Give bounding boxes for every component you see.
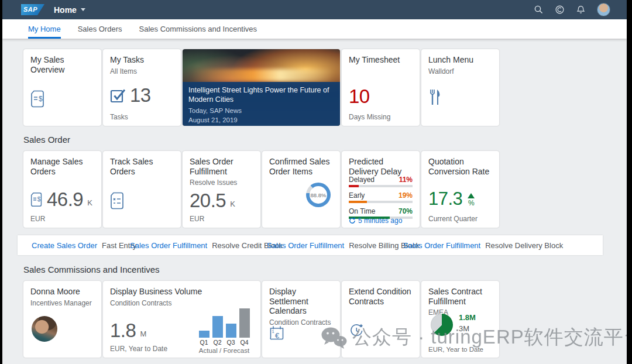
tile-subtitle: Walldorf	[428, 67, 492, 75]
tile-footer: Days Missing	[349, 113, 390, 121]
refresh-status[interactable]: 5 minutes ago	[349, 217, 402, 225]
tile-subtitle: Incentives Manager	[30, 299, 94, 307]
tile-confirmed-sales-order-items[interactable]: Confirmed Sales Order Items 88.8%	[262, 151, 340, 228]
tile-footer: EUR, Year to Date	[110, 345, 167, 353]
document-checklist-icon	[110, 192, 125, 210]
link-group: Sales Order Fulfillment Resolve Billing …	[267, 235, 420, 255]
tile-footer: EUR, Year to Date	[428, 346, 483, 353]
quick-links-bar: Create Sales Order Fast Entry Sales Orde…	[18, 235, 603, 255]
tile-title: Display Business Volume	[110, 287, 253, 297]
tile-lunch-menu[interactable]: Lunch Menu Walldorf	[421, 49, 499, 126]
tile-sales-order-fulfillment[interactable]: Sales Order Fulfillment Resolve Issues 2…	[183, 151, 260, 228]
refresh-icon	[349, 217, 356, 224]
donut-chart: 88.8%	[306, 183, 331, 207]
tile-manage-sales-orders[interactable]: Manage Sales Orders $ 46.9 K EUR	[23, 151, 101, 228]
section-header-sales-order: Sales Order	[23, 135, 70, 145]
row-value: 70%	[399, 207, 413, 215]
pie-actual-value: 1.8M	[459, 313, 476, 322]
bar-chart: Q1 Q2 Q3 Q4 Actual / Forecast	[195, 307, 253, 354]
tile-title: Quotation Conversion Rate	[428, 157, 492, 176]
row-value: 11%	[399, 176, 413, 184]
timesheet-count: 10	[349, 85, 370, 108]
document-dollar-icon: $	[30, 90, 45, 108]
app-frame: SAP Home My Home Sales Orders Sales Comm…	[2, 0, 627, 364]
news-tile[interactable]: Intelligent Street Lights Power the Futu…	[183, 49, 340, 126]
link-sales-order-fulfillment-billing[interactable]: Sales Order Fulfillment	[267, 241, 344, 250]
link-sales-order-fulfillment-delivery[interactable]: Sales Order Fulfillment	[403, 241, 480, 250]
kpi-unit: M	[140, 329, 146, 338]
svg-text:1: 1	[272, 329, 274, 334]
row-label: Delayed	[349, 176, 375, 184]
news-headline: Intelligent Street Lights Power the Futu…	[188, 86, 334, 104]
tile-display-settlement-calendars[interactable]: Display Settlement Calendars Condition C…	[262, 281, 340, 358]
sap-logo-text: SAP	[23, 6, 37, 13]
svg-text:$: $	[37, 196, 41, 202]
user-avatar[interactable]	[597, 3, 610, 16]
bar-cat: Q3	[226, 339, 236, 346]
chevron-down-icon[interactable]	[81, 8, 85, 11]
trend-up-icon	[468, 193, 475, 198]
search-icon[interactable]	[534, 5, 543, 15]
chart-row-early: Early19%	[349, 191, 413, 203]
tile-title: My Timesheet	[349, 55, 413, 65]
tile-my-tasks[interactable]: My Tasks All Items 13 Tasks	[103, 49, 181, 126]
tile-footer: Current Quarter	[428, 215, 478, 223]
bar-q4	[239, 308, 250, 338]
svg-text:$: $	[39, 95, 43, 103]
tab-my-home[interactable]: My Home	[28, 19, 61, 39]
kpi-unit: K	[87, 198, 92, 207]
fork-knife-icon	[428, 89, 441, 105]
tile-my-sales-overview[interactable]: My Sales Overview $	[23, 49, 101, 126]
shell-home-menu[interactable]: Home	[54, 5, 77, 15]
anchor-tabbar: My Home Sales Orders Sales Commissions a…	[2, 19, 627, 39]
row-label: On Time	[349, 207, 375, 215]
news-source: Today, SAP News	[188, 107, 334, 115]
kpi-value: 46.9	[47, 188, 83, 211]
kpi-value: 20.5	[190, 190, 226, 212]
copilot-icon[interactable]	[555, 5, 564, 15]
tile-subtitle: Condition Contracts	[110, 299, 253, 307]
link-group: Sales Order Fulfillment Resolve Delivery…	[403, 235, 563, 255]
tile-sales-contract-fulfillment[interactable]: Sales Contract Fulfillment EMEA 1.8M 3M …	[421, 281, 499, 358]
tile-donna-moore[interactable]: Donna Moore Incentives Manager	[23, 281, 101, 358]
tile-title: Extend Condition Contracts	[349, 287, 413, 306]
shell-topbar: SAP Home	[2, 0, 627, 19]
link-desc: Resolve Delivery Block	[485, 241, 563, 250]
tile-display-business-volume[interactable]: Display Business Volume Condition Contra…	[103, 281, 260, 358]
kpi-unit: %	[468, 199, 475, 207]
tile-my-timesheet[interactable]: My Timesheet 10 Days Missing	[342, 49, 420, 126]
tile-title: My Tasks	[110, 55, 174, 65]
bar-fill	[349, 185, 359, 187]
bar-cat: Q2	[212, 339, 223, 346]
bar-q1	[199, 331, 209, 338]
tile-track-sales-orders[interactable]: Track Sales Orders	[103, 151, 181, 228]
row-label: Early	[349, 191, 365, 200]
pie-target-value: 3M	[459, 324, 476, 333]
bar-cat: Q1	[199, 339, 209, 346]
tile-quotation-conversion-rate[interactable]: Quotation Conversion Rate 17.3 % Current…	[421, 151, 499, 228]
tile-title: Donna Moore	[30, 287, 94, 297]
tab-sales-commissions[interactable]: Sales Commissions and Incentives	[139, 19, 257, 39]
link-sales-order-fulfillment-credit[interactable]: Sales Order Fulfillment	[130, 241, 207, 250]
news-overlay: Intelligent Street Lights Power the Futu…	[183, 82, 340, 126]
tile-predicted-delivery-delay[interactable]: Predicted Delivery Delay Delayed11% Earl…	[342, 151, 420, 228]
tile-footer: EUR	[30, 215, 45, 223]
tab-sales-orders[interactable]: Sales Orders	[78, 19, 122, 39]
bar-q2	[212, 316, 223, 338]
news-light-streak	[183, 69, 340, 81]
bar-fill	[349, 201, 367, 203]
bell-icon[interactable]	[576, 5, 585, 15]
link-group: Sales Order Fulfillment Resolve Credit B…	[130, 235, 283, 255]
sap-logo[interactable]: SAP	[21, 4, 44, 15]
tile-title: Manage Sales Orders	[30, 157, 94, 176]
bar-cat: Q4	[239, 339, 250, 346]
tile-subtitle: All Items	[110, 67, 174, 75]
link-create-sales-order[interactable]: Create Sales Order	[32, 241, 97, 250]
chart-row-delayed: Delayed11%	[349, 176, 413, 187]
tile-footer: Tasks	[110, 113, 128, 121]
link-group: Create Sales Order Fast Entry	[32, 235, 136, 255]
svg-text:€: €	[275, 331, 280, 340]
tile-extend-condition-contracts[interactable]: Extend Condition Contracts	[342, 281, 420, 358]
task-check-icon	[110, 88, 126, 104]
kpi-unit: K	[230, 200, 235, 208]
